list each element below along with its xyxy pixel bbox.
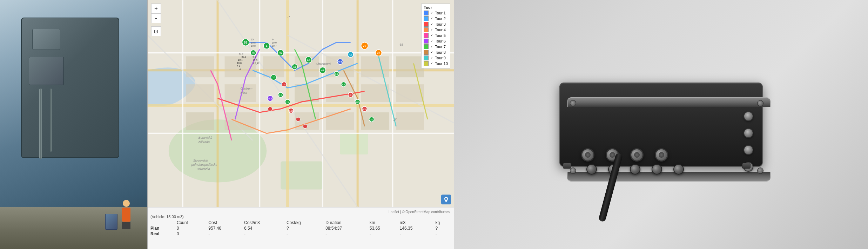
map-svg: 55 1 49 10 17 46 77 37 25 10.8 10.8 44 [148,0,454,207]
svg-rect-27 [186,112,214,130]
svg-text:46: 46 [321,69,324,72]
legend-item-tour7[interactable]: ✓ Tour 7 [424,44,448,49]
svg-point-87 [303,124,307,129]
map-zoom-controls[interactable]: + - [151,4,161,23]
svg-text:2.3: 2.3 [279,94,282,96]
svg-rect-20 [263,56,284,77]
plan-kg: ? [435,225,451,231]
col-header-km: km [370,220,400,225]
fullscreen-button[interactable]: ⊡ [151,26,161,36]
svg-text:55: 55 [244,41,247,44]
col-header-kg: kg [435,220,451,225]
svg-text:26: 26 [370,119,373,121]
table-row-plan: Plan 0 957.46 6.54 ? 08:54:37 53,65 146.… [150,225,451,231]
svg-text:9.4: 9.4 [237,65,240,67]
plan-count: 0 [177,225,209,231]
real-cost-m3: - [244,231,287,237]
legend-check-tour8: ✓ [430,51,433,54]
svg-point-112 [445,198,447,200]
legend-check-tour7: ✓ [430,45,433,48]
svg-point-86 [296,117,300,122]
legend-check-tour4: ✓ [430,28,433,32]
svg-text:10.8: 10.8 [253,59,257,61]
legend-color-tour8 [424,50,429,55]
svg-text:Botanická: Botanická [199,136,212,139]
legend-item-tour8[interactable]: ✓ Tour 8 [424,50,448,55]
zoom-out-button[interactable]: - [151,13,161,23]
svg-text:10.7: 10.7 [272,45,277,47]
svg-text:6.65: 6.65 [356,101,360,103]
legend-label-tour6: Tour 6 [435,39,446,43]
vehicle-label: (Vehicle: 15.00 m3) [150,215,451,219]
screw-top-right [757,100,763,106]
legend-item-tour5[interactable]: ✓ Tour 5 [424,33,448,38]
legend-label-tour4: Tour 4 [435,28,446,32]
zoom-in-button[interactable]: + [151,4,161,13]
side-connector-2 [743,128,753,138]
svg-text:25: 25 [251,38,254,41]
real-cost: - [208,231,244,237]
real-kg: - [435,231,451,237]
svg-rect-35 [361,112,389,130]
legend-check-tour6: ✓ [430,39,433,43]
svg-text:44: 44 [272,38,275,41]
plan-duration: 08:54:37 [325,225,370,231]
device-box [552,68,770,181]
legend-item-tour9[interactable]: ✓ Tour 9 [424,55,448,60]
connector-small-1 [586,164,597,175]
legend-check-tour1: ✓ [430,11,433,15]
legend-check-tour9: ✓ [430,56,433,60]
svg-text:65: 65 [399,43,403,46]
svg-text:9.5,33: 9.5,33 [253,62,259,65]
legend-color-tour1 [424,11,429,15]
svg-text:univerzita: univerzita [197,167,210,171]
real-m3: - [400,231,436,237]
trash-bin [105,214,117,230]
real-km: - [370,231,400,237]
connectors-row-top [581,148,668,162]
legend-color-tour10 [424,61,429,66]
svg-text:15: 15 [287,101,289,103]
map-info-bar: Leaflet | © OpenStreetMap contributors (… [148,207,454,249]
legend-label-tour5: Tour 5 [435,33,446,38]
svg-text:37: 37 [377,51,380,54]
legend-item-tour2[interactable]: ✓ Tour 2 [424,16,448,21]
legend-label-tour3: Tour 3 [435,22,446,26]
legend-label-tour8: Tour 8 [435,50,446,54]
svg-rect-18 [186,56,214,77]
route-stats-table: Count Cost Cost/m3 Cost/kg Duration km m… [150,220,451,237]
map-extra-controls[interactable]: ⊡ [151,26,161,36]
attribution-text: Leaflet | © OpenStreetMap contributors [389,210,450,214]
connector-small-4 [652,164,662,175]
legend-item-tour1[interactable]: ✓ Tour 1 [424,11,448,15]
svg-text:10.4: 10.4 [238,59,243,61]
connector-small-5 [673,164,684,175]
map-area[interactable]: 55 1 49 10 17 46 77 37 25 10.8 10.8 44 [148,0,454,207]
legend-item-tour4[interactable]: ✓ Tour 4 [424,27,448,32]
plan-cost-kg: ? [287,225,325,231]
svg-text:77: 77 [363,44,366,48]
plan-m3: 146.35 [400,225,436,231]
right-connectors [743,111,753,172]
side-connector-3 [743,145,753,155]
map-attribution: Leaflet | © OpenStreetMap contributors [150,209,451,215]
legend-color-tour6 [424,39,429,44]
svg-rect-23 [186,84,214,102]
legend-item-tour3[interactable]: ✓ Tour 3 [424,22,448,27]
svg-text:88.5: 88.5 [241,55,246,58]
svg-text:17: 17 [307,58,310,61]
legend-check-tour5: ✓ [430,34,433,37]
svg-rect-31 [361,56,389,77]
plan-label: Plan [150,225,177,231]
legend-item-tour10[interactable]: ✓ Tour 10 [424,61,448,66]
col-header-duration: Duration [325,220,370,225]
map-legend: Tour ✓ Tour 1 ✓ Tour 2 ✓ Tour 3 [421,4,450,68]
leaflet-icon [441,195,451,204]
svg-text:poľnohospodárska: poľnohospodárska [191,163,217,166]
legend-label-tour10: Tour 10 [435,61,448,66]
svg-text:10.8: 10.8 [237,62,242,64]
col-header-label [150,220,177,225]
legend-item-tour6[interactable]: ✓ Tour 6 [424,39,448,44]
device-photo-panel [454,0,868,249]
svg-text:3.10: 3.10 [282,84,286,86]
